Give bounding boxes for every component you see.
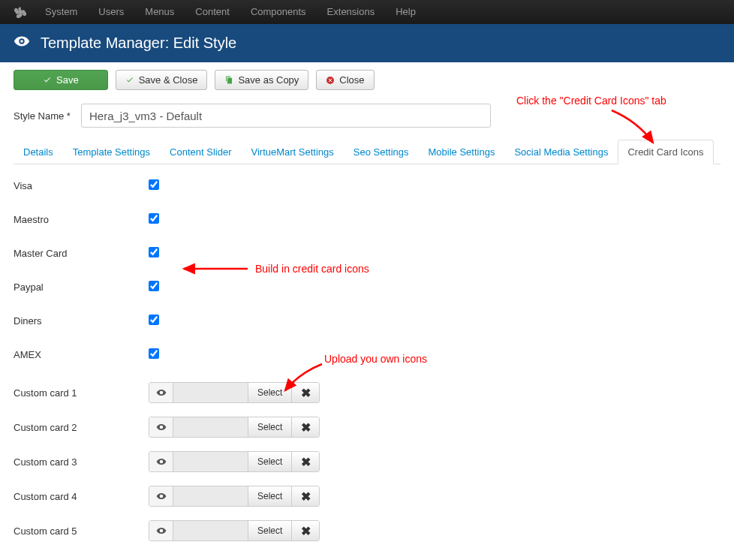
tab-mobile-settings[interactable]: Mobile Settings	[419, 140, 505, 164]
menu-components[interactable]: Components	[240, 0, 317, 24]
label-custom-5: Custom card 5	[14, 525, 149, 537]
tab-content-slider[interactable]: Content Slider	[160, 140, 241, 164]
preview-icon-3[interactable]	[149, 452, 173, 471]
row-amex: AMEX	[14, 348, 720, 361]
joomla-icon[interactable]	[12, 4, 29, 20]
label-maestro: Maestro	[14, 214, 149, 225]
tabs: Details Template Settings Content Slider…	[14, 140, 720, 164]
select-button-4[interactable]: Select	[248, 486, 292, 506]
tab-credit-card-icons[interactable]: Credit Card Icons	[618, 140, 713, 164]
menu-users[interactable]: Users	[88, 0, 134, 24]
copy-icon	[224, 76, 233, 85]
preview-icon-4[interactable]	[149, 486, 173, 506]
form-area: Visa Maestro Master Card Paypal Diners A…	[0, 164, 734, 560]
row-custom-3: Custom card 3 Select ✖	[14, 451, 720, 472]
page-header: Template Manager: Edit Style	[0, 24, 734, 62]
save-copy-button[interactable]: Save as Copy	[215, 70, 308, 90]
label-diners: Diners	[14, 315, 149, 327]
path-input-5[interactable]	[173, 521, 248, 540]
save-close-button[interactable]: Save & Close	[116, 70, 208, 90]
style-name-label: Style Name *	[14, 110, 72, 122]
row-diners: Diners	[14, 315, 720, 327]
label-paypal: Paypal	[14, 282, 149, 293]
row-custom-5: Custom card 5 Select ✖	[14, 520, 720, 541]
times-icon: ✖	[301, 489, 311, 504]
toolbar: Save Save & Close Save as Copy Close	[0, 62, 734, 98]
checkbox-amex[interactable]	[149, 348, 159, 359]
select-button-2[interactable]: Select	[248, 417, 292, 437]
preview-icon-5[interactable]	[149, 521, 173, 540]
clear-button-3[interactable]: ✖	[292, 452, 319, 471]
close-icon	[326, 76, 335, 85]
menu-menus[interactable]: Menus	[134, 0, 185, 24]
preview-icon-2[interactable]	[149, 417, 173, 437]
label-custom-4: Custom card 4	[14, 491, 149, 502]
media-group-1: Select ✖	[149, 382, 320, 403]
tab-details[interactable]: Details	[14, 140, 63, 164]
preview-icon-1[interactable]	[149, 383, 173, 402]
select-button-1[interactable]: Select	[248, 383, 292, 402]
times-icon: ✖	[301, 455, 311, 469]
row-maestro: Maestro	[14, 213, 720, 226]
tab-virtuemart-settings[interactable]: VirtueMart Settings	[241, 140, 343, 164]
tab-social-media-settings[interactable]: Social Media Settings	[504, 140, 618, 164]
label-master-card: Master Card	[14, 248, 149, 259]
clear-button-2[interactable]: ✖	[292, 417, 319, 437]
select-button-5[interactable]: Select	[248, 521, 292, 540]
path-input-4[interactable]	[173, 486, 248, 506]
apply-icon	[43, 76, 52, 85]
path-input-2[interactable]	[173, 417, 248, 437]
checkbox-visa[interactable]	[149, 179, 159, 190]
clear-button-4[interactable]: ✖	[292, 486, 319, 506]
menu-system[interactable]: System	[35, 0, 88, 24]
close-button[interactable]: Close	[316, 70, 374, 90]
label-custom-3: Custom card 3	[14, 456, 149, 468]
checkbox-maestro[interactable]	[149, 213, 159, 224]
top-navbar: System Users Menus Content Components Ex…	[0, 0, 734, 24]
select-button-3[interactable]: Select	[248, 452, 292, 471]
close-label: Close	[339, 74, 364, 86]
label-visa: Visa	[14, 180, 149, 191]
clear-button-5[interactable]: ✖	[292, 521, 319, 540]
row-custom-1: Custom card 1 Select ✖	[14, 382, 720, 403]
checkbox-paypal[interactable]	[149, 281, 159, 291]
times-icon: ✖	[301, 420, 311, 435]
label-custom-2: Custom card 2	[14, 422, 149, 433]
tab-seo-settings[interactable]: Seo Settings	[344, 140, 419, 164]
save-label: Save	[56, 74, 79, 86]
media-group-2: Select ✖	[149, 417, 320, 438]
label-amex: AMEX	[14, 349, 149, 360]
path-input-1[interactable]	[173, 383, 248, 402]
check-icon	[125, 76, 134, 85]
row-paypal: Paypal	[14, 281, 720, 294]
save-button[interactable]: Save	[14, 70, 108, 90]
row-visa: Visa	[14, 179, 720, 192]
row-master-card: Master Card	[14, 247, 720, 260]
row-custom-4: Custom card 4 Select ✖	[14, 486, 720, 507]
style-name-row: Style Name *	[0, 98, 734, 140]
path-input-3[interactable]	[173, 452, 248, 471]
page-title: Template Manager: Edit Style	[41, 35, 236, 52]
menu-extensions[interactable]: Extensions	[317, 0, 386, 24]
row-custom-2: Custom card 2 Select ✖	[14, 417, 720, 438]
save-close-label: Save & Close	[139, 74, 198, 86]
eye-icon	[14, 33, 30, 53]
checkbox-diners[interactable]	[149, 315, 159, 325]
clear-button-1[interactable]: ✖	[292, 383, 319, 402]
media-group-3: Select ✖	[149, 451, 320, 472]
checkbox-master-card[interactable]	[149, 247, 159, 257]
menu-content[interactable]: Content	[185, 0, 240, 24]
times-icon: ✖	[301, 386, 311, 400]
menu-help[interactable]: Help	[385, 0, 426, 24]
label-custom-1: Custom card 1	[14, 387, 149, 399]
tab-template-settings[interactable]: Template Settings	[63, 140, 160, 164]
save-copy-label: Save as Copy	[238, 74, 299, 86]
media-group-4: Select ✖	[149, 486, 320, 507]
style-name-input[interactable]	[81, 104, 491, 128]
times-icon: ✖	[301, 524, 311, 538]
media-group-5: Select ✖	[149, 520, 320, 541]
